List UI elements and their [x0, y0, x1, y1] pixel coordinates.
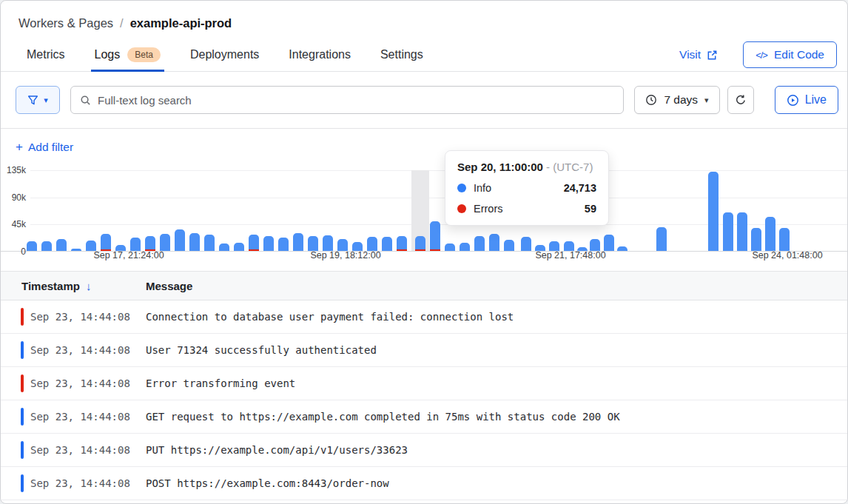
chart-bar[interactable] [367, 237, 377, 251]
chart-bar[interactable] [604, 235, 614, 251]
tooltip-time: Sep 20, 11:00:00 [457, 161, 543, 173]
chart-bar[interactable] [234, 243, 244, 251]
log-row[interactable]: Sep 23, 14:44:08GET request to https://e… [1, 400, 847, 434]
chart-bar[interactable] [219, 243, 229, 251]
page-title: example-api-prod [130, 16, 232, 30]
tab-metrics[interactable]: Metrics [26, 38, 66, 71]
chart-bar[interactable] [460, 243, 470, 251]
error-segment [249, 249, 259, 251]
refresh-button[interactable] [727, 86, 754, 114]
add-filter-row: + Add filter [1, 129, 847, 161]
time-range-value: 7 days [664, 93, 698, 107]
chart-bar[interactable] [765, 217, 775, 251]
tab-bar: Metrics Logs Beta Deployments Integratio… [1, 38, 847, 72]
log-row[interactable]: Sep 23, 14:44:08PUT https://example.com/… [1, 434, 847, 467]
log-message: GET request to https://example.com compl… [146, 411, 847, 423]
chart-bar[interactable] [590, 239, 600, 251]
tab-deployments[interactable]: Deployments [189, 38, 260, 71]
error-segment [430, 249, 440, 251]
chart-bar[interactable] [430, 221, 440, 251]
sort-descending-icon: ↓ [86, 280, 92, 292]
message-column-header: Message [146, 280, 192, 292]
timestamp-column-header[interactable]: Timestamp ↓ [1, 280, 146, 292]
chevron-down-icon: ▾ [44, 96, 48, 104]
chart-bar[interactable] [737, 212, 747, 251]
chart-bar[interactable] [249, 235, 259, 251]
log-volume-chart: 045k90k135k Sep 17, 21:24:00Sep 19, 18:1… [1, 161, 847, 271]
chart-bar[interactable] [521, 237, 531, 251]
tab-integrations[interactable]: Integrations [288, 38, 351, 71]
chart-bar[interactable] [263, 236, 274, 251]
chart-bar[interactable] [779, 228, 790, 251]
error-segment [415, 249, 425, 251]
log-row[interactable]: Sep 23, 14:44:08Error transforming event [1, 367, 847, 400]
log-rows: Sep 23, 14:44:08Connection to database u… [1, 300, 847, 500]
chart-bar[interactable] [160, 234, 170, 251]
chart-bar[interactable] [27, 241, 37, 251]
chart-bar[interactable] [617, 246, 627, 251]
chart-bar[interactable] [145, 236, 155, 251]
tab-integrations-label: Integrations [289, 48, 351, 61]
add-filter-label: Add filter [28, 141, 73, 154]
chart-bar[interactable] [189, 233, 200, 251]
chart-bar[interactable] [71, 249, 81, 251]
chart-bar[interactable] [175, 229, 185, 251]
add-filter-button[interactable]: + Add filter [16, 140, 73, 155]
visit-link[interactable]: Visit [679, 48, 718, 61]
search-input[interactable] [98, 94, 614, 107]
chart-bar[interactable] [708, 172, 719, 251]
live-button[interactable]: Live [775, 86, 838, 114]
visit-label: Visit [679, 48, 701, 61]
chart-bar[interactable] [56, 239, 67, 251]
x-axis-tick-label: Sep 21, 17:48:00 [535, 250, 605, 261]
external-link-icon [707, 50, 718, 61]
chart-bar[interactable] [337, 239, 348, 251]
log-message: POST https://example.com:8443/order-now [146, 477, 847, 489]
chart-bar[interactable] [415, 236, 425, 251]
info-dot-icon [457, 184, 466, 192]
info-level-marker [21, 441, 24, 459]
error-level-marker [21, 308, 24, 326]
refresh-icon [735, 94, 747, 106]
info-level-marker [21, 408, 24, 426]
chart-bar[interactable] [293, 233, 303, 251]
chart-bar[interactable] [656, 227, 667, 251]
chart-bar[interactable] [474, 236, 485, 251]
log-row[interactable]: Sep 23, 14:44:08User 71324 successfully … [1, 334, 847, 367]
chart-bar[interactable] [504, 240, 514, 251]
chart-bar[interactable] [308, 236, 318, 251]
log-message: User 71324 successfully authenticated [146, 344, 847, 356]
chart-bar[interactable] [751, 228, 761, 251]
breadcrumb-separator: / [120, 16, 124, 30]
tab-logs[interactable]: Logs Beta [94, 38, 161, 71]
chart-bar[interactable] [723, 212, 733, 251]
chart-bar[interactable] [101, 234, 111, 251]
chart-bar[interactable] [130, 238, 141, 251]
log-row[interactable]: Sep 23, 14:44:08POST https://example.com… [1, 467, 847, 500]
info-level-marker [21, 474, 24, 492]
tooltip-timezone: - (UTC-7) [543, 161, 593, 173]
chart-tooltip: Sep 20, 11:00:00 - (UTC-7) Info 24,713 E… [445, 150, 609, 226]
play-circle-icon [787, 94, 799, 107]
filter-dropdown-button[interactable]: ▾ [16, 86, 60, 114]
timestamp-header-label: Timestamp [21, 280, 80, 292]
chart-bar[interactable] [86, 241, 96, 251]
chart-bar[interactable] [41, 241, 52, 251]
tab-settings-label: Settings [380, 48, 423, 61]
log-message: Error transforming event [146, 377, 847, 389]
chart-bar[interactable] [323, 235, 333, 251]
time-range-button[interactable]: 7 days ▾ [634, 86, 719, 114]
log-row[interactable]: Sep 23, 14:44:08Connection to database u… [1, 300, 847, 334]
chart-bar[interactable] [397, 236, 407, 251]
edit-code-label: Edit Code [774, 48, 824, 61]
chart-bar[interactable] [382, 237, 392, 251]
tab-settings[interactable]: Settings [380, 38, 424, 71]
chart-bar[interactable] [204, 235, 215, 251]
tooltip-title: Sep 20, 11:00:00 - (UTC-7) [457, 161, 596, 173]
breadcrumb-parent[interactable]: Workers & Pages [18, 16, 113, 30]
chart-bar[interactable] [278, 238, 289, 251]
chart-bar[interactable] [445, 243, 455, 251]
chart-bar[interactable] [489, 234, 499, 251]
y-axis-tick-label: 135k [1, 165, 26, 175]
edit-code-button[interactable]: </> Edit Code [743, 41, 837, 68]
